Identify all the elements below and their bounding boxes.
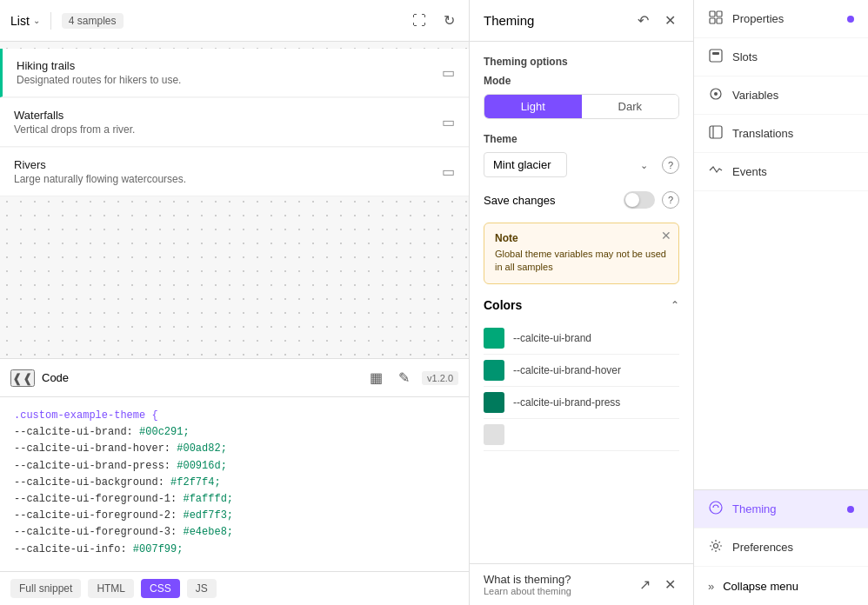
variables-label: Variables [732,89,854,102]
list-header: List ⌄ 4 samples ⛶ ↻ [0,0,469,42]
dark-mode-button[interactable]: Dark [582,95,679,118]
variables-icon [708,87,724,103]
code-line: .custom-example-theme { [14,408,455,424]
properties-dot [847,16,854,23]
what-theming-text: What is theming? Learn about theming [484,573,636,596]
color-name: --calcite-ui-brand-press [513,396,620,409]
color-swatch [484,328,504,349]
list-item-title: Waterfalls [14,109,435,122]
events-icon [708,163,724,180]
list-item-desc: Large naturally flowing watercourses. [14,173,435,185]
theming-dot [847,506,854,513]
svg-rect-8 [710,126,722,138]
left-panel: List ⌄ 4 samples ⛶ ↻ Hiking trails Desig… [0,0,470,605]
svg-rect-5 [712,52,719,55]
code-panel: ❰❰ Code ▦ ✎ v1.2.0 .custom-example-theme… [0,358,469,605]
properties-nav-item[interactable]: Properties [694,0,868,38]
color-name: --calcite-ui-brand [513,332,591,344]
header-actions: ⛶ ↻ [409,9,458,32]
list-dropdown[interactable]: List ⌄ [10,14,40,28]
events-nav-item[interactable]: Events [694,153,868,191]
events-label: Events [732,165,854,178]
list-item-title: Hiking trails [17,59,435,72]
theming-header: Theming ↶ ✕ [470,0,693,42]
svg-rect-4 [710,50,722,62]
slots-label: Slots [732,50,854,63]
css-tab[interactable]: CSS [141,579,180,598]
what-theming-title: What is theming? [484,573,636,586]
colors-collapse-icon[interactable]: ⌃ [671,299,679,311]
code-header: ❰❰ Code ▦ ✎ v1.2.0 [0,359,469,397]
slots-nav-item[interactable]: Slots [694,38,868,76]
theming-nav-item[interactable]: Theming [694,490,868,529]
theme-label: Theme [484,133,679,145]
svg-point-10 [714,544,718,548]
note-title: Note [495,232,668,244]
code-footer: Full snippet HTML CSS JS [0,571,469,605]
js-tab[interactable]: JS [187,579,217,598]
save-help-icon[interactable]: ? [662,191,679,209]
bookmark-icon: ▭ [442,163,455,180]
list-item[interactable]: Hiking trails Designated routes for hike… [0,49,469,97]
color-row[interactable]: --calcite-ui-brand-hover [484,355,679,387]
color-row[interactable] [484,419,679,451]
code-title: Code [42,371,69,384]
open-external-button[interactable]: ↗ [636,573,654,596]
save-changes-label: Save changes [484,194,617,207]
list-content: Hiking trails Designated routes for hike… [0,42,469,358]
theming-panel-title: Theming [484,13,634,28]
list-item-title: Rivers [14,158,435,171]
reset-button[interactable]: ↶ [634,9,652,32]
save-row: Save changes ? [484,191,679,209]
collapse-menu-row[interactable]: » Collapse menu [694,567,868,605]
note-close-button[interactable]: ✕ [661,229,671,243]
code-line: --calcite-ui-info: #007f99; [14,542,455,558]
version-badge: v1.2.0 [422,371,458,385]
samples-badge: 4 samples [62,13,124,29]
preferences-icon [708,539,724,555]
right-spacer [694,191,868,489]
colors-title: Colors [484,298,671,312]
code-line: --calcite-ui-foreground-3: #e4ebe8; [14,524,455,541]
theme-chevron-icon: ⌄ [640,159,648,170]
svg-rect-0 [710,11,715,17]
what-theming-actions: ↗ ✕ [636,573,679,596]
bookmark-icon: ▭ [442,64,455,81]
translations-nav-item[interactable]: Translations [694,115,868,153]
save-changes-toggle[interactable] [624,191,655,209]
svg-rect-2 [710,18,715,23]
collapse-code-button[interactable]: ❰❰ [10,369,35,387]
mode-toggle: Light Dark [484,94,679,119]
color-row[interactable]: --calcite-ui-brand [484,322,679,355]
note-box: Note Global theme variables may not be u… [484,223,679,284]
colors-header: Colors ⌃ [484,298,679,312]
html-tab[interactable]: HTML [88,579,134,598]
theming-panel: Theming ↶ ✕ Theming options Mode Light D… [470,0,694,605]
theme-help-icon[interactable]: ? [662,156,679,174]
list-item-desc: Designated routes for hikers to use. [17,74,435,86]
full-snippet-tab[interactable]: Full snippet [10,579,81,598]
code-line: --calcite-ui-background: #f2f7f4; [14,475,455,491]
close-theming-button[interactable]: ✕ [661,9,679,32]
theme-select[interactable]: Mint glacier Ocean blue Forest green Cus… [484,152,567,177]
list-item-text: Hiking trails Designated routes for hike… [17,59,435,86]
edit-button[interactable]: ✎ [395,366,413,389]
what-theming-bar: What is theming? Learn about theming ↗ ✕ [470,563,693,605]
variables-nav-item[interactable]: Variables [694,76,868,115]
copy-button[interactable]: ▦ [366,366,386,389]
color-row[interactable]: --calcite-ui-brand-press [484,387,679,419]
color-name: --calcite-ui-brand-hover [513,364,621,376]
light-mode-button[interactable]: Light [484,95,582,118]
close-theming-bar-button[interactable]: ✕ [661,573,679,596]
refresh-button[interactable]: ↻ [440,9,458,32]
preferences-nav-item[interactable]: Preferences [694,529,868,567]
collapse-menu-icon: » [708,580,714,593]
fullscreen-button[interactable]: ⛶ [409,10,430,32]
collapse-menu-label: Collapse menu [723,580,798,593]
theming-options-label: Theming options [484,56,679,68]
svg-rect-1 [717,11,722,17]
theming-icon [708,501,724,517]
code-line: --calcite-ui-brand-hover: #00ad82; [14,441,455,457]
list-item[interactable]: Rivers Large naturally flowing watercour… [0,148,469,196]
list-item[interactable]: Waterfalls Vertical drops from a river. … [0,98,469,147]
